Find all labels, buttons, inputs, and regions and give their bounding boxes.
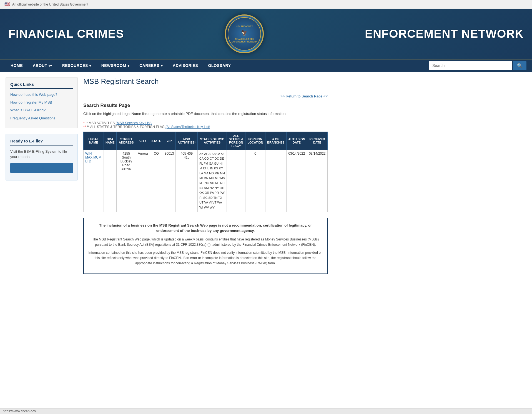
search-box: 🔍 [429,61,526,70]
nav-link-newsroom[interactable]: NEWSROOM ▾ [96,59,134,72]
cell-all-states-flag [227,150,245,212]
cell-zip: 80013 [163,150,176,212]
treasury-seal: U.S. TREASURY 🦅 FINANCIAL CRIMES ENFORCE… [225,14,264,53]
gov-banner-text: An official website of the United States… [12,2,88,6]
chevron-down-icon [49,63,50,68]
col-state: STATE [150,132,163,150]
table-row: WIN MAXIMUM LTD 4255 South Buckley Road … [84,150,328,212]
nav-link-glossary[interactable]: GLOSSARY [203,59,236,72]
col-foreign-location: FOREIGN LOCATION [245,132,265,150]
table-header: LEGAL NAME DBA NAME STREET ADDRESS CITY … [84,132,328,150]
search-button[interactable]: 🔍 [513,61,526,70]
site-header: FINANCIAL CRIMES U.S. TREASURY 🦅 FINANCI… [0,9,532,59]
cell-state: CO [150,150,163,212]
quick-links-title: Quick Links [10,82,73,89]
main-nav: HOME ABOUT ▾ RESOURCES ▾ NEWSROOM ▾ CARE… [0,59,532,72]
table-body: WIN MAXIMUM LTD 4255 South Buckley Road … [84,150,328,212]
col-received-date: RECEIVED DATE [307,132,327,150]
quick-link-faq[interactable]: Frequently Asked Questions [10,116,73,121]
quick-links-box: Quick Links How do I use this Web page? … [6,77,78,128]
col-msb-activities: MSB ACTIVITIES* [176,132,198,150]
nav-link-careers[interactable]: CAREERS ▾ [134,59,168,72]
org-name-left: FINANCIAL CRIMES [8,27,124,41]
col-num-branches: # OF BRANCHES [265,132,286,150]
return-link[interactable]: >> Return to Search Page << [280,94,328,98]
col-all-states-flag: ALL STATES & FOREIGN FLAG** [227,132,245,150]
cell-auth-sign-date: 03/14/2022 [286,150,307,212]
cell-street-address: 4255 South Buckley Road #1296 [116,150,136,212]
us-flag-icon: 🇺🇸 [4,2,10,7]
cell-dba-name [104,150,116,212]
note-double-star-text: ** ALL STATES & TERRITORIES & FOREIGN FL… [87,125,165,129]
header-logo: U.S. TREASURY 🦅 FINANCIAL CRIMES ENFORCE… [225,14,264,53]
col-auth-sign-date: AUTH SIGN DATE [286,132,307,150]
quick-link-how-to-use[interactable]: How do I use this Web page? [10,92,73,97]
org-name-right: ENFORCEMENT NETWORK [365,27,524,41]
col-city: CITY [136,132,150,150]
search-results-title: Search Results Page [83,103,328,108]
col-zip: ZIP [163,132,176,150]
quick-link-bsa-efiling[interactable]: What is BSA E-Filing? [10,108,73,113]
efile-button[interactable]: Go to BSA E-File [10,163,73,173]
disclaimer-bold: The inclusion of a business on the MSB R… [88,223,323,234]
col-dba-name: DBA NAME [104,132,116,150]
cell-city: Aurora [136,150,150,212]
main-content: MSB Registrant Search >> Return to Searc… [83,77,328,274]
legal-name-link[interactable]: WIN MAXIMUM LTD [85,152,101,163]
header-left: FINANCIAL CRIMES [8,27,124,41]
all-states-key-link[interactable]: (All States/Territories Key List) [165,125,210,129]
efile-description: Visit the BSA E-Filing System to file yo… [10,149,73,160]
page-title: MSB Registrant Search [83,77,328,89]
cell-foreign-location: 0 [245,150,265,212]
seal-inner: U.S. TREASURY 🦅 FINANCIAL CRIMES ENFORCE… [228,17,261,51]
header-right: ENFORCEMENT NETWORK [365,27,524,41]
cell-msb-activities: 405 409 415 [176,150,198,212]
nav-item-home[interactable]: HOME [6,59,28,72]
disclaimer-para2: Information contained on this site has b… [88,250,323,266]
nav-item-newsroom[interactable]: NEWSROOM ▾ [96,59,134,72]
nav-item-about[interactable]: ABOUT ▾ [28,59,57,72]
col-states-msb: STATES OF MSB ACTIVITIES [198,132,227,150]
sidebar: Quick Links How do I use this Web page? … [6,77,78,274]
cell-received-date: 03/14/2022 [307,150,327,212]
cell-legal-name: WIN MAXIMUM LTD [84,150,104,212]
disclaimer-box: The inclusion of a business on the MSB R… [83,218,328,274]
nav-item-careers[interactable]: CAREERS ▾ [134,59,168,72]
results-table: LEGAL NAME DBA NAME STREET ADDRESS CITY … [83,132,328,212]
return-link-container: >> Return to Search Page << [83,94,328,98]
nav-link-about[interactable]: ABOUT ▾ [28,59,57,72]
msb-services-key-link[interactable]: (MSB Services Key List) [116,121,152,125]
cell-num-branches [265,150,286,212]
nav-items: HOME ABOUT ▾ RESOURCES ▾ NEWSROOM ▾ CARE… [6,59,429,72]
notes: * * MSB ACTIVITIES (MSB Services Key Lis… [83,121,328,129]
nav-item-advisories[interactable]: ADVISORIES [168,59,203,72]
note-star-text: * MSB ACTIVITIES [86,121,115,125]
page-container: Quick Links How do I use this Web page? … [0,72,333,280]
search-input[interactable] [429,61,512,70]
nav-item-glossary[interactable]: GLOSSARY [203,59,236,72]
disclaimer-para1: The MSB Registrant Search Web page, whic… [88,237,323,247]
col-street-address: STREET ADDRESS [116,132,136,150]
efile-title: Ready to E-File? [10,139,73,145]
nav-link-advisories[interactable]: ADVISORIES [168,59,203,72]
click-instruction: Click on the highlighted Legal Name link… [83,111,328,117]
nav-link-resources[interactable]: RESOURCES ▾ [57,59,96,72]
nav-link-home[interactable]: HOME [6,59,28,72]
col-legal-name: LEGAL NAME [84,132,104,150]
quick-link-register-msb[interactable]: How do I register My MSB [10,100,73,105]
efile-box: Ready to E-File? Visit the BSA E-Filing … [6,134,78,180]
gov-banner: 🇺🇸 An official website of the United Sta… [0,0,532,9]
cell-states-msb: AK AL AR AS A AZ CA CO CT DC DE FL FM GA… [198,150,227,212]
nav-item-resources[interactable]: RESOURCES ▾ [57,59,96,72]
